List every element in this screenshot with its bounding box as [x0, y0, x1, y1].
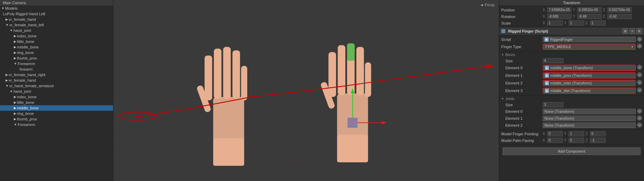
hierarchy-arrow: ▶ — [6, 73, 8, 76]
svg-point-35 — [119, 112, 157, 120]
hierarchy-item-vr_hand_female_armature[interactable]: ▼vr_hand_female_armature — [0, 83, 113, 89]
rotation-y-input[interactable] — [577, 14, 601, 19]
bones-e1-field[interactable]: ▲ middle_prox (Transform) — [543, 72, 636, 79]
hierarchy-item-vr_female_hand_right[interactable]: ▶vr_female_hand_right — [0, 72, 113, 78]
hierarchy-item-models[interactable]: ▼Models — [0, 6, 113, 11]
bones-size-input[interactable] — [543, 58, 563, 63]
bones-e0-btn[interactable]: ◎ — [637, 65, 642, 70]
scale-y-input[interactable] — [569, 20, 584, 26]
hierarchy-item-lopoly_rigged_hand_left[interactable]: LoPoly Rigged Hand Left — [0, 11, 113, 17]
position-y-input[interactable] — [577, 7, 601, 12]
joints-e1-btn[interactable]: ◎ — [637, 116, 642, 120]
svg-rect-20 — [337, 93, 368, 138]
hierarchy-item-hand_joint[interactable]: ▼hand_joint — [0, 28, 113, 33]
joints-section-label[interactable]: ▼ Joints — [501, 96, 642, 101]
hierarchy-arrow: ▶ — [14, 40, 16, 43]
hierarchy-item-hand_joint2[interactable]: ▼hand_joint — [0, 89, 113, 94]
bones-e2-btn[interactable]: ◎ — [637, 80, 642, 85]
finger-type-row: Finger Type TYPE_MIDDLE ▼ ◎ — [501, 43, 642, 51]
hierarchy-item-middle_bone2[interactable]: ▶middle_bone — [0, 105, 113, 111]
mpf-y-input[interactable] — [569, 138, 584, 143]
finger-type-dropdown[interactable]: TYPE_MIDDLE ▼ — [543, 44, 636, 50]
mpf-x-field: X — [543, 138, 563, 143]
mpf-x-input[interactable] — [547, 138, 563, 143]
hierarchy-item-ring_bone[interactable]: ▶ring_bone — [0, 50, 113, 55]
hierarchy-item-index_bone2[interactable]: ▶index_bone — [0, 94, 113, 100]
mfp-y-input[interactable] — [569, 131, 584, 136]
mfp-y-label: Y — [564, 132, 568, 136]
joints-e0-label: Element 0 — [501, 109, 543, 114]
model-finger-value: X Y Z — [543, 131, 642, 136]
hierarchy-item-thumb_prox2[interactable]: ▶thumb_prox — [0, 116, 113, 122]
joints-e0-btn[interactable]: ◎ — [637, 109, 642, 114]
script-field[interactable]: ■ RiggedFinger — [543, 37, 636, 42]
component-gear[interactable]: ⚙ — [636, 28, 642, 34]
joints-e1-row: Element 1 None (Transform) ◎ — [501, 115, 642, 122]
bones-e3-btn[interactable]: ◎ — [637, 88, 642, 92]
svg-line-10 — [182, 87, 320, 181]
hierarchy-panel: Main Camera▼Models LoPoly Rigged Hand Le… — [0, 0, 113, 181]
hierarchy-item-vr_female_hand[interactable]: ▶vr_female_hand — [0, 17, 113, 22]
mfp-z-label: Z — [586, 132, 589, 136]
rotation-y-field: Y — [573, 14, 601, 19]
hierarchy-item-ring_bone2[interactable]: ▶ring_bone — [0, 111, 113, 116]
svg-rect-19 — [213, 138, 244, 166]
position-z-input[interactable] — [607, 7, 632, 12]
hierarchy-item-label: little_bone — [17, 39, 34, 44]
rotation-x-input[interactable] — [547, 14, 571, 19]
component-icon-2[interactable]: ≡ — [629, 28, 635, 34]
model-palm-label: Model Palm Facing — [501, 138, 543, 143]
position-x-input[interactable] — [547, 7, 571, 12]
bones-section-label[interactable]: ▼ Bones — [501, 52, 642, 57]
component-checkbox[interactable] — [501, 29, 505, 33]
hierarchy-item-index_bone[interactable]: ▶index_bone — [0, 33, 113, 39]
hierarchy-item-label: vr_female_hand — [9, 17, 36, 21]
script-circle-btn[interactable]: ◎ — [637, 37, 642, 42]
hierarchy-item-forearmrm[interactable]: ▼Foreamrm — [0, 61, 113, 66]
hierarchy-item-label: little_bone — [17, 100, 34, 105]
hierarchy-item-little_bone2[interactable]: ▶little_bone — [0, 100, 113, 105]
joints-e2-row: Element 2 None (Transform) ◎ — [501, 122, 642, 129]
model-palm-value: X Y Z — [543, 138, 642, 143]
hierarchy-item-thumb_prox[interactable]: ▶thumb_prox — [0, 55, 113, 61]
bones-element2-row: Element 2 ▲ middle_inter (Transform) ◎ — [501, 79, 642, 87]
finger-type-circle-btn[interactable]: ◎ — [637, 44, 642, 48]
scale-z-input[interactable] — [590, 20, 606, 26]
bones-e2-field[interactable]: ▲ middle_inter (Transform) — [543, 80, 636, 86]
hierarchy-item-vr_female_hand2[interactable]: ▶vr_female_hand — [0, 78, 113, 83]
component-icon-1[interactable]: ⊞ — [623, 28, 628, 34]
joints-size-input[interactable] — [543, 102, 563, 107]
joints-e2-btn[interactable]: ◎ — [637, 123, 642, 127]
svg-rect-12 — [213, 97, 244, 142]
hierarchy-item-little_bone[interactable]: ▶little_bone — [0, 39, 113, 44]
hierarchy-item-vr_female_hand_left[interactable]: ▼vr_female_hand_left — [0, 22, 113, 28]
joints-e2-field[interactable]: None (Transform) — [543, 123, 636, 128]
bones-e1-btn[interactable]: ◎ — [637, 72, 642, 77]
joints-e1-field[interactable]: None (Transform) — [543, 116, 636, 121]
joints-section: ▼ Joints Size Element 0 None (Transform)… — [499, 96, 644, 130]
add-component-button[interactable]: Add Component — [503, 147, 641, 155]
rotation-z-input[interactable] — [607, 14, 632, 19]
hierarchy-item-main_camera[interactable]: Main Camera — [0, 0, 113, 6]
hierarchy-arrow: ▶ — [6, 18, 8, 21]
mfp-z-input[interactable] — [590, 131, 606, 136]
joints-e1-label: Element 1 — [501, 116, 543, 120]
svg-rect-25 — [356, 47, 364, 95]
svg-rect-28 — [337, 135, 368, 162]
bones-e3-field[interactable]: ▲ middle_dist (Transform) — [543, 88, 636, 94]
joints-e0-field[interactable]: None (Transform) — [543, 109, 636, 114]
svg-rect-27 — [320, 81, 335, 109]
hierarchy-item-label: thumb_prox — [17, 117, 37, 121]
hierarchy-arrow — [1, 1, 2, 4]
mpf-z-input[interactable] — [590, 138, 606, 143]
hierarchy-item-middle_bone[interactable]: ▶middle_bone — [0, 44, 113, 50]
scale-value: X Y Z — [543, 20, 642, 26]
scale-x-input[interactable] — [547, 20, 563, 26]
mfp-x-input[interactable] — [547, 131, 563, 136]
viewport-panel[interactable]: ◄ Persp — [113, 0, 499, 181]
script-row: Script ■ RiggedFinger ◎ — [501, 36, 642, 43]
svg-rect-24 — [347, 44, 355, 61]
hierarchy-item-forearm[interactable]: forearm — [0, 66, 113, 72]
bones-e0-field[interactable]: ▲ middle_bone (Transform) — [543, 65, 636, 71]
hierarchy-item-forearmrm2[interactable]: ▼Foreamrm — [0, 122, 113, 127]
